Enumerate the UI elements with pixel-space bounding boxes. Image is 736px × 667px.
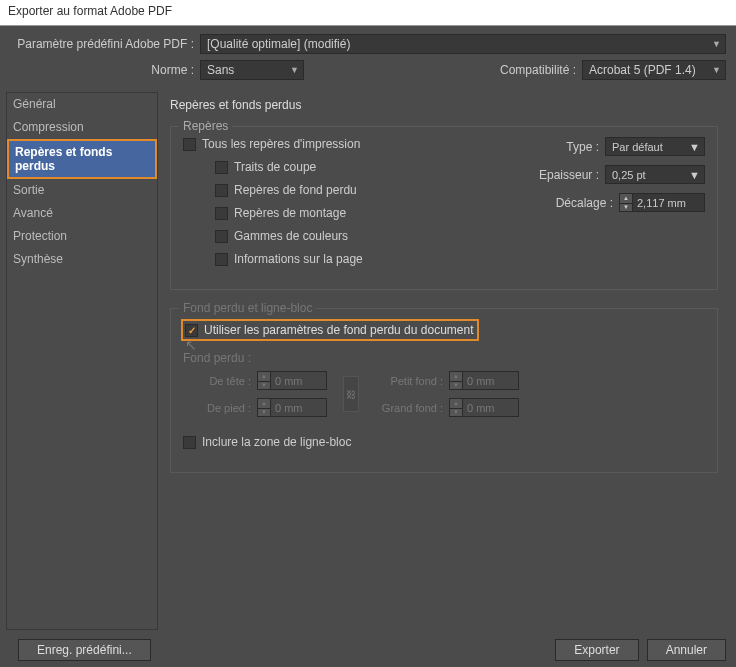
- bleed-outside-spinner: ▲▼: [449, 398, 519, 417]
- page-info-label: Informations sur la page: [234, 252, 363, 266]
- export-pdf-dialog: { "title": "Exporter au format Adobe PDF…: [0, 0, 736, 667]
- bleed-marks-checkbox[interactable]: [215, 184, 228, 197]
- bleed-outside-label: Grand fond :: [375, 402, 449, 414]
- mark-type-value: Par défaut: [612, 141, 663, 153]
- compat-value: Acrobat 5 (PDF 1.4): [589, 63, 696, 77]
- page-info-checkbox[interactable]: [215, 253, 228, 266]
- mark-offset-input[interactable]: [633, 193, 705, 212]
- mark-weight-value: 0,25 pt: [612, 169, 646, 181]
- bleed-top-spinner: ▲▼: [257, 371, 327, 390]
- bleed-top-label: De tête :: [183, 375, 257, 387]
- use-document-bleed-highlight: Utiliser les paramètres de fond perdu du…: [181, 319, 479, 341]
- mark-weight-label: Epaisseur :: [539, 168, 605, 182]
- bleed-bottom-label: De pied :: [183, 402, 257, 414]
- bleed-legend: Fond perdu et ligne-bloc: [179, 301, 316, 315]
- chevron-down-icon: ▼: [712, 65, 721, 75]
- compat-dropdown[interactable]: Acrobat 5 (PDF 1.4) ▼: [582, 60, 726, 80]
- marks-fieldset: Repères Tous les repères d'impression Tr…: [170, 126, 718, 290]
- mark-type-dropdown[interactable]: Par défaut ▼: [605, 137, 705, 156]
- bleed-bottom-spinner: ▲▼: [257, 398, 327, 417]
- color-bars-label: Gammes de couleurs: [234, 229, 348, 243]
- bleed-bottom-input: [271, 398, 327, 417]
- use-document-bleed-label: Utiliser les paramètres de fond perdu du…: [204, 323, 473, 337]
- bleed-outside-input: [463, 398, 519, 417]
- mark-weight-dropdown[interactable]: 0,25 pt ▼: [605, 165, 705, 184]
- crop-marks-checkbox[interactable]: [215, 161, 228, 174]
- bleed-fieldset: Fond perdu et ligne-bloc Utiliser les pa…: [170, 308, 718, 473]
- use-document-bleed-checkbox[interactable]: [185, 324, 198, 337]
- sidebar-item-security[interactable]: Protection: [7, 225, 157, 248]
- sidebar-item-compression[interactable]: Compression: [7, 116, 157, 139]
- dialog-footer: Enreg. prédéfini... Exporter Annuler: [0, 633, 736, 667]
- preset-label: Paramètre prédéfini Adobe PDF :: [6, 37, 200, 51]
- reg-marks-checkbox[interactable]: [215, 207, 228, 220]
- category-sidebar: Général Compression Repères et fonds per…: [6, 92, 158, 630]
- standard-label: Norme :: [6, 63, 200, 77]
- sidebar-item-advanced[interactable]: Avancé: [7, 202, 157, 225]
- all-marks-checkbox[interactable]: [183, 138, 196, 151]
- include-slug-checkbox[interactable]: [183, 436, 196, 449]
- marks-legend: Repères: [179, 119, 232, 133]
- crop-marks-label: Traits de coupe: [234, 160, 316, 174]
- bleed-inside-input: [463, 371, 519, 390]
- spinner-up-icon[interactable]: ▲: [619, 193, 633, 203]
- bleed-marks-label: Repères de fond perdu: [234, 183, 357, 197]
- chevron-down-icon: ▼: [689, 141, 700, 153]
- sidebar-item-marks-bleeds[interactable]: Repères et fonds perdus: [7, 139, 157, 179]
- panel-title: Repères et fonds perdus: [170, 98, 718, 112]
- standard-value: Sans: [207, 63, 234, 77]
- standard-dropdown[interactable]: Sans ▼: [200, 60, 304, 80]
- all-marks-label: Tous les repères d'impression: [202, 137, 360, 151]
- color-bars-checkbox[interactable]: [215, 230, 228, 243]
- window-title: Exporter au format Adobe PDF: [0, 0, 736, 26]
- mark-offset-spinner[interactable]: ▲ ▼: [619, 193, 705, 212]
- sidebar-item-output[interactable]: Sortie: [7, 179, 157, 202]
- chevron-down-icon: ▼: [290, 65, 299, 75]
- export-button[interactable]: Exporter: [555, 639, 638, 661]
- sidebar-item-summary[interactable]: Synthèse: [7, 248, 157, 271]
- link-icon: ⛓: [343, 376, 359, 412]
- mark-type-label: Type :: [566, 140, 605, 154]
- preset-value: [Qualité optimale] (modifié): [207, 37, 350, 51]
- include-slug-label: Inclure la zone de ligne-bloc: [202, 435, 351, 449]
- chevron-down-icon: ▼: [712, 39, 721, 49]
- preset-dropdown[interactable]: [Qualité optimale] (modifié) ▼: [200, 34, 726, 54]
- content-panel: Repères et fonds perdus Repères Tous les…: [158, 92, 730, 630]
- chevron-down-icon: ▼: [689, 169, 700, 181]
- bleed-section-label: Fond perdu :: [183, 351, 705, 365]
- reg-marks-label: Repères de montage: [234, 206, 346, 220]
- sidebar-item-general[interactable]: Général: [7, 93, 157, 116]
- bleed-inside-spinner: ▲▼: [449, 371, 519, 390]
- compat-label: Compatibilité :: [500, 63, 582, 77]
- spinner-down-icon[interactable]: ▼: [619, 203, 633, 213]
- bleed-top-input: [271, 371, 327, 390]
- cancel-button[interactable]: Annuler: [647, 639, 726, 661]
- mark-offset-label: Décalage :: [556, 196, 619, 210]
- bleed-inside-label: Petit fond :: [375, 375, 449, 387]
- preset-section: Paramètre prédéfini Adobe PDF : [Qualité…: [0, 26, 736, 92]
- save-preset-button[interactable]: Enreg. prédéfini...: [18, 639, 151, 661]
